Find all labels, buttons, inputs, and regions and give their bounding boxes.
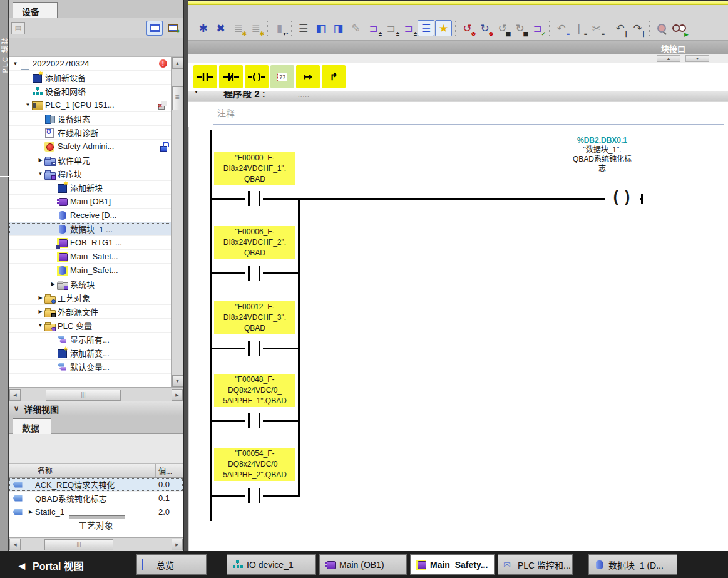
tree-item[interactable]: 添加新块 <box>9 181 171 195</box>
toolbar-icon[interactable]: ≣✱ <box>230 20 247 36</box>
toolbar-icon[interactable]: ✱ <box>195 20 212 36</box>
toolbar-icon[interactable] <box>289 20 294 36</box>
tree-item[interactable]: 设备和网络 <box>9 85 171 98</box>
expander-icon[interactable]: ▼ <box>11 61 19 66</box>
taskbar-button-3[interactable]: Main (OB1) <box>319 554 407 575</box>
contact-operand[interactable]: "F00000_F- DI8x24VDCHF_1". QBAD <box>214 152 295 185</box>
coil-operand[interactable]: %DB2.DBX0.1"数据块_1". QBAD系统钝化标 志 <box>555 136 649 173</box>
toolbar-icon[interactable]: ↶≡ <box>553 20 570 36</box>
tab-devices[interactable]: 设备 <box>13 2 58 18</box>
no-contact-symbol[interactable] <box>245 487 263 503</box>
toolbar-icon[interactable]: ↶❘ <box>612 20 628 36</box>
tab-data[interactable]: 数据 <box>13 418 51 434</box>
toolbar-icon[interactable]: ✂≡ <box>588 20 605 36</box>
toolbar-icon[interactable]: ⊐✓ <box>529 20 546 36</box>
coil-button[interactable] <box>245 65 269 88</box>
scroll-down-button[interactable]: ▼ <box>172 375 183 387</box>
panel-divider[interactable] <box>183 0 188 578</box>
close-branch-button[interactable]: ↱ <box>322 65 346 88</box>
toolbar-icon[interactable]: ↺▦ <box>494 20 511 36</box>
toolbar-icon[interactable]: ⊐± <box>400 20 417 36</box>
network-comment-placeholder[interactable]: 注释 <box>217 106 235 119</box>
contact-operand[interactable]: "F00048_F- DQ8x24VDC/0_ 5APPHF_1".QBAD <box>214 374 295 407</box>
coil-symbol[interactable]: ( ) <box>605 188 640 207</box>
tree-item[interactable]: 数据块_1 ... <box>9 222 171 236</box>
taskbar-button-6[interactable]: 数据块_1 (D... <box>588 554 677 575</box>
empty-box-button[interactable]: ?? <box>270 65 294 88</box>
tree-item[interactable]: Main_Safet... <box>9 264 171 277</box>
expander-icon[interactable]: ▼ <box>24 102 32 108</box>
tree-item[interactable]: ▼ 20220227f0324 <box>9 57 171 71</box>
tree-vertical-scrollbar[interactable]: ▲ ▼ <box>171 57 183 387</box>
ladder-canvas[interactable]: "F00000_F- DI8x24VDCHF_1". QBAD "F00006_… <box>188 127 728 558</box>
open-device-view-button[interactable] <box>165 21 181 36</box>
scroll-up-button[interactable]: ▲ <box>172 57 183 69</box>
toolbar-icon[interactable]: ⊐± <box>365 20 382 36</box>
toolbar-icon[interactable]: ≣✱ <box>247 20 264 36</box>
tree-item[interactable]: 添加新设备 <box>9 71 171 85</box>
tree-item[interactable]: ▶ 外部源文件 <box>9 305 171 319</box>
toolbar-icon[interactable] <box>546 20 552 36</box>
toolbar-icon[interactable]: ↺⊗ <box>459 20 476 36</box>
tree-item[interactable]: ▼ PLC 变量 <box>9 319 171 333</box>
interface-splitter[interactable]: ▲ ▼ <box>188 54 728 63</box>
contact-operand[interactable]: "F00012_F- DI8x24VDCHF_3". QBAD <box>214 301 295 334</box>
no-contact-symbol[interactable] <box>245 265 263 281</box>
tree-item[interactable]: ▼ PLC_1 [CPU 151... <box>9 98 171 112</box>
nc-contact-button[interactable] <box>219 65 243 88</box>
toolbar-icon[interactable]: ❘≡ <box>570 20 587 36</box>
network-header[interactable]: ▼ 程序段 2 : ..... <box>188 91 728 102</box>
toolbar-icon[interactable]: ◨ <box>330 20 347 36</box>
contact-operand[interactable]: "F00006_F- DI8x24VDCHF_2". QBAD <box>214 226 295 259</box>
no-contact-symbol[interactable] <box>245 413 263 429</box>
scrollbar-thumb[interactable] <box>46 390 121 401</box>
toolbar-icon[interactable] <box>647 20 652 36</box>
row-expander-icon[interactable]: ▶ <box>26 509 35 515</box>
expander-icon[interactable]: ▼ <box>36 171 44 177</box>
tree-item[interactable]: ▶ 工艺对象 <box>9 291 171 305</box>
toolbar-icon[interactable] <box>605 20 611 36</box>
no-contact-button[interactable] <box>193 65 217 88</box>
scroll-left-button[interactable]: ◀ <box>9 389 21 401</box>
open-branch-button[interactable]: ↦ <box>296 65 320 88</box>
taskbar-button-5[interactable]: ✉PLC 监控和... <box>498 554 573 575</box>
tree-horizontal-scrollbar[interactable]: ◀ ▶ <box>9 388 183 401</box>
toolbar-icon[interactable]: ⊐± <box>382 20 399 36</box>
add-device-icon[interactable]: ▤ <box>11 22 25 34</box>
scroll-left-button[interactable]: ◀ <box>9 539 21 550</box>
taskbar-button-2[interactable]: IO device_1 <box>227 554 316 575</box>
no-contact-symbol[interactable] <box>245 190 263 207</box>
scroll-right-button[interactable]: ▶ <box>172 539 183 550</box>
network-comment-row[interactable]: 注释 <box>188 102 728 127</box>
no-contact-symbol[interactable] <box>245 340 263 356</box>
details-view-toggle-button[interactable] <box>146 21 163 36</box>
tree-item[interactable]: 显示所有... <box>9 333 171 346</box>
expander-icon[interactable]: ▼ <box>36 323 44 328</box>
expander-icon[interactable]: ▶ <box>36 295 44 301</box>
taskbar-button-4[interactable]: Main_Safety... <box>410 554 495 575</box>
tree-item[interactable]: FOB_RTG1 ... <box>9 236 171 250</box>
scrollbar-thumb[interactable] <box>172 86 183 110</box>
toolbar-icon[interactable]: ★ <box>435 20 452 36</box>
toolbar-icon[interactable]: ☰ <box>295 20 312 36</box>
tree-item[interactable]: Receive [D... <box>9 209 171 222</box>
splitter-up-button[interactable]: ▲ <box>657 55 680 62</box>
toolbar-icon[interactable]: ↷❘ <box>629 20 646 36</box>
variable-row[interactable]: ACK_REQ请求去钝化 0.0 <box>9 478 183 492</box>
detail-horizontal-scrollbar[interactable]: ◀ ▶ <box>9 537 183 551</box>
tab-technology-objects[interactable]: 工艺对象 <box>69 515 125 519</box>
detail-view-header[interactable]: ∨ 详细视图 <box>9 401 183 416</box>
tree-item[interactable]: ▶ 软件单元 <box>9 153 171 167</box>
toolbar-icon[interactable]: ☰ <box>418 20 434 36</box>
toolbar-icon[interactable]: ↻▦ <box>511 20 528 36</box>
tree-item[interactable]: Safety Admini... <box>9 140 171 153</box>
splitter-down-button[interactable]: ▼ <box>685 55 709 62</box>
toolbar-icon[interactable]: ↻⊗ <box>476 20 493 36</box>
expander-icon[interactable]: ▶ <box>49 281 57 287</box>
toolbar-icon[interactable]: ◧ <box>312 20 329 36</box>
toolbar-icon[interactable] <box>670 20 687 36</box>
toolbar-icon[interactable] <box>265 20 270 36</box>
contact-operand[interactable]: "F00054_F- DQ8x24VDC/0_ 5APPHF_2".QBAD <box>214 448 295 481</box>
tree-item[interactable]: ▶ 系统块 <box>9 277 171 291</box>
collapse-chevron-icon[interactable]: ∨ <box>9 405 24 413</box>
